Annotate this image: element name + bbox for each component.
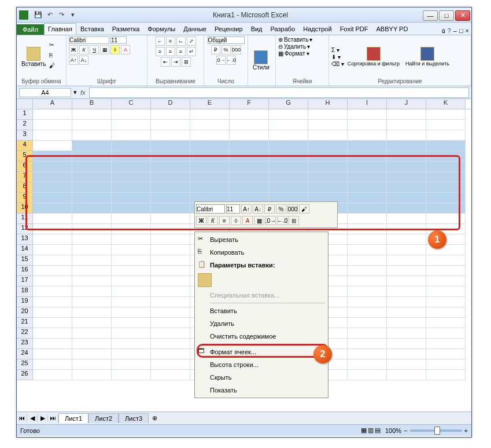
- column-header[interactable]: F: [230, 99, 269, 109]
- cell[interactable]: [151, 255, 190, 266]
- doc-close-icon[interactable]: ×: [466, 27, 469, 35]
- row-header[interactable]: 6: [17, 161, 33, 172]
- format-painter-icon[interactable]: 🖌: [49, 63, 58, 72]
- underline-button[interactable]: Ч: [90, 45, 99, 54]
- cell[interactable]: [230, 161, 269, 172]
- row-header[interactable]: 22: [17, 328, 33, 339]
- zoom-in-icon[interactable]: +: [464, 427, 468, 434]
- cell[interactable]: [33, 276, 72, 287]
- cell[interactable]: [33, 130, 72, 141]
- cell[interactable]: [112, 182, 151, 193]
- cell[interactable]: [72, 109, 112, 120]
- mini-border-icon[interactable]: ▦: [254, 216, 264, 225]
- cell[interactable]: [230, 120, 269, 130]
- cell[interactable]: [72, 193, 112, 203]
- cell[interactable]: [348, 349, 387, 359]
- cell[interactable]: [33, 224, 72, 234]
- cell[interactable]: [387, 161, 426, 172]
- column-header[interactable]: G: [269, 99, 308, 109]
- name-box[interactable]: A4: [19, 88, 71, 97]
- cell[interactable]: [151, 120, 190, 130]
- cell[interactable]: [387, 120, 426, 130]
- number-format-combo[interactable]: [208, 36, 245, 44]
- fx-icon[interactable]: fx: [77, 89, 89, 96]
- column-header[interactable]: E: [190, 99, 230, 109]
- cell[interactable]: [72, 307, 112, 318]
- cell[interactable]: [72, 130, 112, 141]
- cell[interactable]: [33, 328, 72, 339]
- cell[interactable]: [269, 151, 308, 161]
- cell[interactable]: [72, 266, 112, 276]
- cell[interactable]: [151, 370, 190, 380]
- zoom-out-icon[interactable]: −: [404, 427, 407, 434]
- align-bottom-icon[interactable]: ⌙: [176, 36, 186, 46]
- font-color-button[interactable]: A: [121, 45, 130, 54]
- row-header[interactable]: 20: [17, 307, 33, 318]
- cell[interactable]: [33, 349, 72, 359]
- fill-color-button[interactable]: ◊: [110, 45, 120, 54]
- ctx-paste-option[interactable]: [196, 271, 327, 289]
- cell[interactable]: [151, 141, 190, 151]
- cell[interactable]: [72, 234, 112, 245]
- tab-abbyy[interactable]: ABBYY PD: [372, 23, 412, 35]
- cell[interactable]: [308, 109, 348, 120]
- row-header[interactable]: 9: [17, 193, 33, 203]
- cell[interactable]: [387, 276, 426, 287]
- cell[interactable]: [33, 203, 72, 214]
- mini-format-painter-icon[interactable]: 🖌: [299, 204, 309, 214]
- row-header[interactable]: 26: [17, 370, 33, 380]
- ctx-clear[interactable]: Очистить содержимое: [196, 330, 327, 343]
- ctx-cut[interactable]: ✂Вырезать: [196, 233, 327, 246]
- font-size-combo[interactable]: [110, 36, 127, 44]
- cell[interactable]: [112, 359, 151, 370]
- cell[interactable]: [72, 276, 112, 287]
- sheet-nav-prev-icon[interactable]: ◀: [27, 414, 38, 422]
- ctx-hide[interactable]: Скрыть: [196, 371, 327, 384]
- cell[interactable]: [151, 339, 190, 349]
- mini-bold-icon[interactable]: Ж: [196, 216, 206, 225]
- cell[interactable]: [72, 245, 112, 255]
- cell[interactable]: [112, 307, 151, 318]
- formula-input[interactable]: [89, 87, 469, 98]
- cell[interactable]: [33, 234, 72, 245]
- row-header[interactable]: 2: [17, 120, 33, 130]
- cell[interactable]: [112, 193, 151, 203]
- cell[interactable]: [426, 266, 466, 276]
- cell[interactable]: [308, 182, 348, 193]
- decrease-font-icon[interactable]: A↓: [79, 56, 88, 65]
- cell[interactable]: [112, 349, 151, 359]
- cell[interactable]: [151, 349, 190, 359]
- cell[interactable]: [269, 109, 308, 120]
- mini-comma-icon[interactable]: 000: [287, 204, 298, 214]
- file-tab[interactable]: Файл: [17, 24, 44, 35]
- cell[interactable]: [348, 151, 387, 161]
- row-header[interactable]: 23: [17, 339, 33, 349]
- cell[interactable]: [112, 109, 151, 120]
- cell[interactable]: [151, 307, 190, 318]
- sheet-nav-next-icon[interactable]: ▶: [38, 414, 48, 422]
- cell[interactable]: [151, 234, 190, 245]
- font-name-combo[interactable]: [69, 36, 109, 44]
- cell[interactable]: [151, 109, 190, 120]
- cell[interactable]: [426, 339, 466, 349]
- cell[interactable]: [426, 328, 466, 339]
- insert-cells-button[interactable]: ⊕Вставить ▾: [278, 36, 326, 43]
- cell[interactable]: [308, 120, 348, 130]
- cell[interactable]: [112, 266, 151, 276]
- mini-font-combo[interactable]: [196, 204, 225, 214]
- sheet-tab[interactable]: Лист3: [119, 413, 149, 423]
- cell[interactable]: [387, 245, 426, 255]
- row-header[interactable]: 3: [17, 130, 33, 141]
- cell[interactable]: [387, 255, 426, 266]
- row-header[interactable]: 12: [17, 224, 33, 234]
- cell[interactable]: [426, 120, 466, 130]
- ctx-row-height[interactable]: Высота строки...: [196, 358, 327, 371]
- cell[interactable]: [426, 318, 466, 328]
- format-cells-button[interactable]: ▦Формат ▾: [278, 50, 326, 57]
- cell[interactable]: [151, 193, 190, 203]
- delete-cells-button[interactable]: ⊖Удалить ▾: [278, 43, 326, 50]
- cell[interactable]: [387, 151, 426, 161]
- ctx-insert[interactable]: Вставить: [196, 304, 327, 317]
- cell[interactable]: [72, 339, 112, 349]
- cell[interactable]: [348, 214, 387, 224]
